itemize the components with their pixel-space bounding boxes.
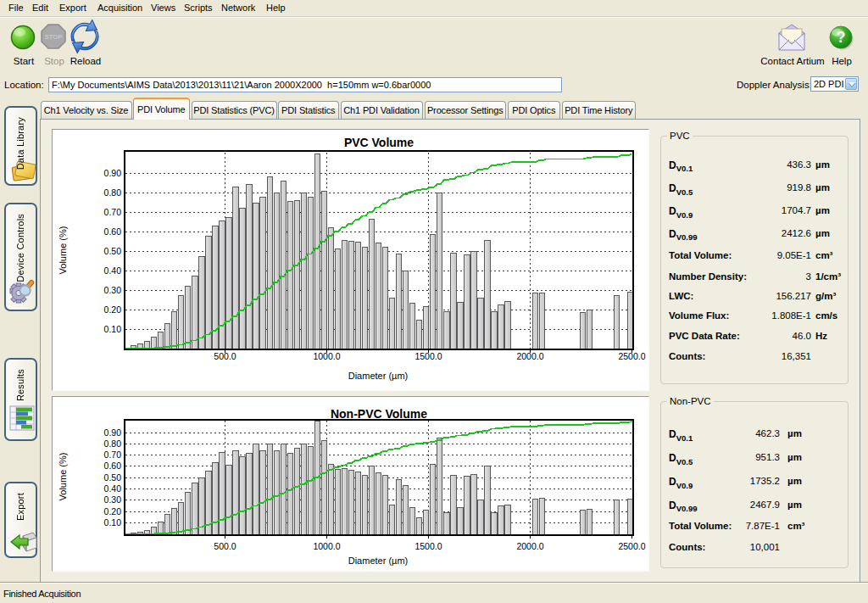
- svg-text:500.0: 500.0: [214, 351, 236, 361]
- svg-text:Non-PVC Volume: Non-PVC Volume: [331, 407, 427, 421]
- svg-text:Volume (%): Volume (%): [58, 453, 68, 501]
- svg-text:0.60: 0.60: [104, 226, 122, 237]
- svg-text:0.50: 0.50: [104, 472, 122, 483]
- svg-text:0.70: 0.70: [104, 449, 122, 460]
- svg-text:0.80: 0.80: [104, 187, 122, 198]
- svg-text:1000.0: 1000.0: [313, 351, 340, 361]
- svg-text:0.70: 0.70: [104, 207, 122, 217]
- svg-text:0.30: 0.30: [104, 285, 122, 295]
- svg-text:0.20: 0.20: [104, 506, 122, 516]
- svg-text:Volume (%): Volume (%): [58, 226, 68, 275]
- svg-text:1500.0: 1500.0: [415, 541, 442, 551]
- svg-text:2000.0: 2000.0: [516, 541, 543, 551]
- svg-text:0.10: 0.10: [104, 324, 122, 334]
- svg-text:0.20: 0.20: [104, 304, 122, 315]
- svg-text:1500.0: 1500.0: [415, 351, 442, 361]
- svg-text:2000.0: 2000.0: [516, 351, 543, 361]
- svg-text:0.90: 0.90: [104, 168, 122, 178]
- svg-text:1000.0: 1000.0: [313, 541, 340, 551]
- svg-text:Diameter (µm): Diameter (µm): [348, 556, 409, 566]
- svg-text:0.60: 0.60: [104, 461, 122, 471]
- svg-text:500.0: 500.0: [214, 541, 236, 551]
- svg-text:0.90: 0.90: [104, 427, 122, 438]
- svg-text:PVC Volume: PVC Volume: [344, 136, 414, 149]
- svg-text:0.40: 0.40: [104, 483, 122, 494]
- svg-text:0.50: 0.50: [104, 246, 122, 256]
- svg-text:0.10: 0.10: [104, 517, 122, 528]
- svg-text:2500.0: 2500.0: [618, 351, 645, 361]
- svg-text:0.30: 0.30: [104, 494, 122, 505]
- svg-text:2500.0: 2500.0: [618, 541, 645, 551]
- svg-text:0.80: 0.80: [104, 438, 122, 449]
- svg-text:Diameter (µm): Diameter (µm): [348, 371, 409, 381]
- svg-text:0.40: 0.40: [104, 265, 122, 276]
